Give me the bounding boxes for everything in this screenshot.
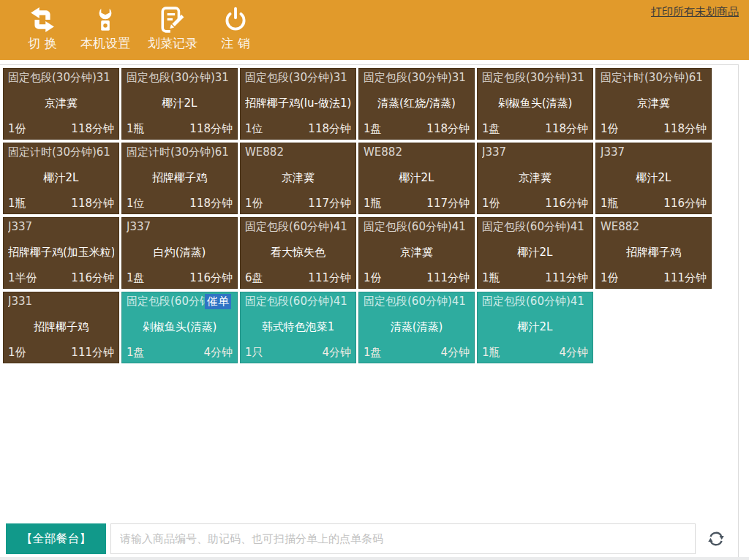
switch-button[interactable]: 切 换 — [22, 5, 63, 52]
card-elapsed-time: 4分钟 — [440, 346, 470, 360]
card-elapsed-time: 118分钟 — [71, 197, 114, 211]
local-settings-label: 本机设置 — [80, 35, 130, 52]
card-quantity: 1半份 — [8, 271, 37, 285]
card-dish-name: 剁椒鱼头(清蒸) — [127, 320, 233, 334]
dish-card[interactable]: 固定包段(60分钟)41 韩式特色泡菜1 1只 4分钟 — [240, 292, 356, 363]
card-order-label: 固定包段(30分钟)31 — [8, 71, 114, 85]
card-order-label: 固定包段(30分钟)31 — [364, 71, 470, 85]
dish-card[interactable]: J331 招牌椰子鸡 1份 111分钟 — [3, 292, 119, 363]
card-dish-name: 京津冀 — [482, 171, 588, 185]
dish-card[interactable]: 固定包段(60分钟)41 剁椒鱼头(清蒸) 1盘 4分钟 催单 — [121, 292, 238, 363]
card-dish-name: 招牌椰子鸡(lu-做法1) — [245, 97, 351, 110]
all-tables-button[interactable]: 【全部餐台】 — [6, 523, 106, 554]
card-dish-name: 椰汁2L — [364, 171, 470, 185]
card-elapsed-time: 116分钟 — [71, 271, 114, 285]
card-order-label: WE882 — [245, 145, 351, 159]
dish-card[interactable]: 固定包段(30分钟)31 椰汁2L 1瓶 118分钟 — [121, 68, 238, 140]
dish-record-label: 划菜记录 — [148, 35, 197, 52]
logout-button[interactable]: 注 销 — [215, 5, 256, 52]
card-quantity: 1瓶 — [601, 197, 619, 211]
card-quantity: 1瓶 — [482, 271, 500, 285]
card-order-label: 固定计时(30分钟)61 — [601, 71, 707, 85]
card-elapsed-time: 118分钟 — [545, 122, 588, 136]
card-dish-name: 京津冀 — [245, 171, 351, 185]
card-dish-name: 招牌椰子鸡(加玉米粒) — [8, 246, 114, 260]
card-order-label: 固定包段(60分钟)41 — [482, 220, 588, 234]
search-input[interactable] — [110, 523, 696, 554]
dish-card[interactable]: WE882 京津冀 1份 117分钟 — [240, 143, 356, 214]
card-elapsed-time: 111分钟 — [545, 271, 588, 285]
bottom-divider — [0, 557, 749, 560]
card-quantity: 1份 — [601, 122, 619, 136]
dish-card[interactable]: J337 椰汁2L 1瓶 116分钟 — [595, 143, 712, 214]
cards-grid: 固定包段(30分钟)31 京津冀 1份 118分钟 固定包段(30分钟)31 椰… — [0, 65, 738, 366]
card-dish-name: 椰汁2L — [8, 171, 114, 185]
dish-card[interactable]: 固定包段(30分钟)31 京津冀 1份 118分钟 — [3, 68, 119, 140]
card-order-label: 固定包段(30分钟)31 — [127, 71, 233, 85]
card-dish-name: 招牌椰子鸡 — [127, 171, 233, 185]
card-order-label: 固定计时(30分钟)61 — [127, 145, 233, 159]
card-order-label: J337 — [601, 145, 707, 159]
card-quantity: 1份 — [245, 197, 263, 211]
wrench-icon — [91, 5, 119, 34]
dish-card[interactable]: WE882 椰汁2L 1瓶 117分钟 — [358, 143, 475, 214]
card-quantity: 6盘 — [245, 271, 263, 285]
urge-badge: 催单 — [205, 294, 231, 309]
local-settings-button[interactable]: 本机设置 — [80, 5, 130, 52]
dish-card[interactable]: 固定包段(30分钟)31 清蒸(红烧/清蒸) 1盘 118分钟 — [358, 68, 475, 140]
switch-label: 切 换 — [28, 35, 56, 52]
card-order-label: J337 — [8, 220, 114, 233]
dish-card[interactable]: 固定计时(30分钟)61 招牌椰子鸡 1位 118分钟 — [121, 143, 238, 214]
dish-card[interactable]: 固定包段(60分钟)41 椰汁2L 1瓶 4分钟 — [477, 292, 593, 363]
card-quantity: 1瓶 — [364, 197, 382, 211]
dish-card[interactable]: 固定包段(60分钟)41 看大惊失色 6盘 111分钟 — [240, 217, 356, 289]
card-elapsed-time: 118分钟 — [308, 122, 351, 136]
card-elapsed-time: 116分钟 — [663, 197, 707, 211]
card-elapsed-time: 4分钟 — [559, 346, 588, 360]
dish-card[interactable]: 固定包段(60分钟)41 椰汁2L 1瓶 111分钟 — [477, 217, 593, 289]
dish-card[interactable]: J337 京津冀 1份 116分钟 — [477, 143, 593, 214]
card-order-label: 固定包段(60分钟)41 — [245, 220, 351, 234]
card-elapsed-time: 116分钟 — [189, 271, 233, 285]
dish-card[interactable]: 固定包段(30分钟)31 招牌椰子鸡(lu-做法1) 1位 118分钟 — [240, 68, 356, 140]
card-quantity: 1只 — [245, 346, 263, 360]
dish-card[interactable]: J337 招牌椰子鸡(加玉米粒) 1半份 116分钟 — [3, 217, 119, 289]
dish-card[interactable]: 固定包段(60分钟)41 清蒸(清蒸) 1盘 4分钟 — [358, 292, 475, 363]
card-elapsed-time: 118分钟 — [426, 122, 470, 136]
toolbar-actions: 切 换 本机设置 划菜记录 — [0, 0, 749, 52]
main-panel: 固定包段(30分钟)31 京津冀 1份 118分钟 固定包段(30分钟)31 椰… — [0, 64, 739, 557]
card-order-label: 固定包段(60分钟)41 — [364, 220, 470, 234]
top-toolbar: 切 换 本机设置 划菜记录 — [0, 0, 749, 60]
card-elapsed-time: 118分钟 — [189, 197, 233, 211]
card-elapsed-time: 118分钟 — [663, 122, 707, 136]
bottom-bar: 【全部餐台】 — [0, 523, 738, 554]
card-elapsed-time: 4分钟 — [203, 346, 233, 360]
refresh-button[interactable] — [705, 528, 727, 550]
print-unmarked-link[interactable]: 打印所有未划商品 — [651, 5, 739, 19]
card-dish-name: 招牌椰子鸡 — [8, 320, 114, 334]
card-dish-name: 京津冀 — [601, 97, 707, 110]
card-quantity: 1盘 — [127, 271, 145, 285]
card-quantity: 1份 — [482, 197, 500, 211]
dish-card[interactable]: J337 白灼(清蒸) 1盘 116分钟 — [121, 217, 238, 289]
card-dish-name: 白灼(清蒸) — [127, 246, 233, 260]
dish-card[interactable]: 固定计时(30分钟)61 京津冀 1份 118分钟 — [595, 68, 712, 140]
dish-card[interactable]: WE882 招牌椰子鸡 1份 111分钟 — [595, 217, 712, 289]
card-dish-name: 京津冀 — [8, 97, 114, 110]
card-order-label: WE882 — [364, 145, 470, 159]
dish-card[interactable]: 固定计时(30分钟)61 椰汁2L 1瓶 118分钟 — [3, 143, 119, 214]
dish-card[interactable]: 固定包段(30分钟)31 剁椒鱼头(清蒸) 1盘 118分钟 — [477, 68, 593, 140]
card-order-label: 固定包段(30分钟)31 — [245, 71, 351, 85]
card-order-label: 固定计时(30分钟)61 — [8, 145, 114, 159]
dish-card[interactable]: 固定包段(60分钟)41 京津冀 1份 111分钟 — [358, 217, 475, 289]
card-quantity: 1盘 — [364, 122, 382, 136]
card-quantity: 1瓶 — [482, 346, 500, 360]
card-dish-name: 招牌椰子鸡 — [601, 246, 707, 260]
card-dish-name: 看大惊失色 — [245, 246, 351, 260]
card-elapsed-time: 111分钟 — [426, 271, 470, 285]
card-quantity: 1位 — [245, 122, 263, 136]
card-elapsed-time: 118分钟 — [189, 122, 233, 136]
dish-record-button[interactable]: 划菜记录 — [148, 5, 197, 52]
card-elapsed-time: 118分钟 — [71, 122, 114, 136]
card-elapsed-time: 111分钟 — [71, 346, 114, 360]
